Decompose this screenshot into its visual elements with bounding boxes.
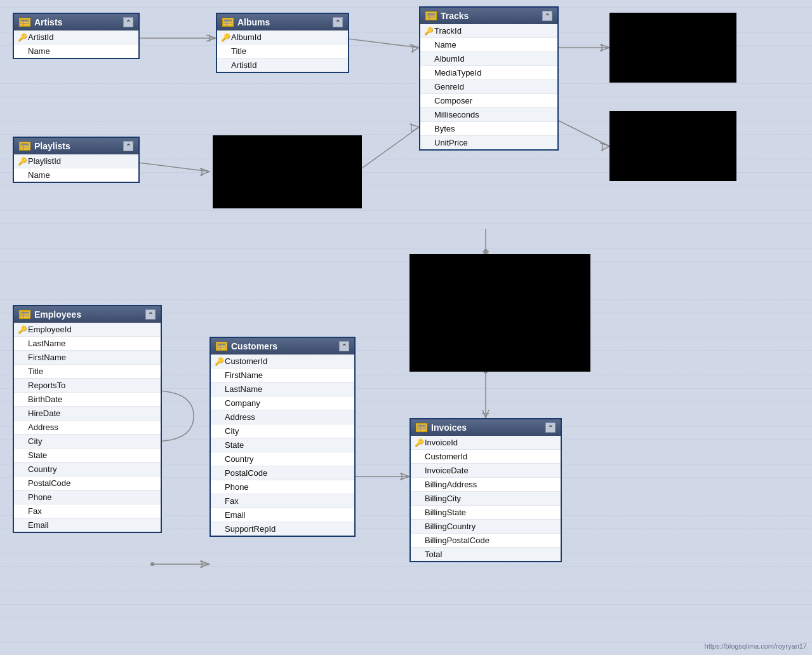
svg-rect-54 [20, 19, 29, 26]
albums-row-artistid: ArtistId [217, 58, 348, 72]
field-birthdate: BirthDate [28, 395, 62, 404]
table-icon [425, 11, 437, 20]
invoices-row-billingcountry: BillingCountry [411, 520, 561, 534]
invoices-row-total: Total [411, 548, 561, 561]
field-name: Name [28, 170, 50, 180]
svg-rect-70 [20, 311, 29, 318]
table-icon [222, 18, 234, 27]
field-supportrepid: SupportRepId [225, 524, 276, 534]
svg-line-13 [200, 172, 210, 175]
field-trackid: TrackId [434, 26, 462, 36]
field-title: Title [231, 46, 246, 56]
employees-row-address: Address [14, 421, 161, 435]
field-milliseconds: Milliseconds [434, 110, 479, 119]
employees-row-fax: Fax [14, 504, 161, 518]
employees-row-birthdate: BirthDate [14, 393, 161, 407]
field-fax: Fax [225, 496, 239, 506]
svg-line-18 [412, 127, 419, 132]
employees-table: Employees ⌃ 🔑 EmployeeId LastName FirstN… [13, 305, 162, 533]
playlists-title: Playlists [34, 141, 70, 151]
albums-table: Albums ⌃ 🔑 AlbumId Title ArtistId [216, 13, 349, 73]
employees-collapse[interactable]: ⌃ [145, 309, 156, 320]
playlists-collapse[interactable]: ⌃ [123, 141, 133, 151]
employees-row-firstname: FirstName [14, 351, 161, 365]
employees-row-employeeid: 🔑 EmployeeId [14, 323, 161, 337]
customers-row-supportrepid: SupportRepId [211, 522, 354, 536]
field-city: City [225, 426, 239, 436]
svg-line-52 [486, 410, 489, 418]
pk-icon: 🔑 [415, 438, 422, 447]
playlists-row-name: Name [14, 168, 138, 182]
invoices-row-billingaddress: BillingAddress [411, 478, 561, 492]
tracks-collapse[interactable]: ⌃ [542, 11, 552, 21]
table-icon [19, 310, 30, 319]
field-customerid: CustomerId [425, 452, 467, 461]
field-invoiceid: InvoiceId [425, 438, 458, 447]
employees-row-title: Title [14, 365, 161, 379]
invoices-row-billingstate: BillingState [411, 506, 561, 520]
pk-icon: 🔑 [221, 33, 229, 42]
svg-line-28 [601, 146, 609, 151]
customers-row-state: State [211, 438, 354, 452]
field-mediatypeid: MediaTypeId [434, 68, 481, 78]
customers-collapse[interactable]: ⌃ [339, 341, 349, 351]
svg-rect-58 [223, 19, 232, 26]
redacted-genres [609, 111, 736, 181]
artists-title: Artists [34, 17, 62, 27]
employees-row-state: State [14, 449, 161, 463]
pk-icon: 🔑 [424, 27, 432, 36]
artists-table: Artists ⌃ 🔑 ArtistId Name [13, 13, 140, 59]
svg-line-17 [409, 124, 419, 127]
field-email: Email [225, 510, 246, 520]
field-reportsto: ReportsTo [28, 381, 65, 390]
playlists-table: Playlists ⌃ 🔑 PlaylistId Name [13, 137, 140, 183]
svg-line-47 [400, 476, 409, 480]
invoices-row-invoicedate: InvoiceDate [411, 464, 561, 478]
customers-row-firstname: FirstName [211, 368, 354, 382]
svg-line-25 [552, 118, 609, 146]
table-icon [19, 18, 30, 27]
pk-icon: 🔑 [18, 325, 25, 334]
svg-line-27 [600, 143, 609, 146]
table-icon [216, 342, 227, 351]
customers-row-phone: Phone [211, 480, 354, 494]
pk-icon: 🔑 [18, 157, 25, 166]
svg-line-3 [206, 38, 216, 41]
field-country: Country [28, 464, 57, 474]
customers-table: Customers ⌃ 🔑 CustomerId FirstName LastN… [210, 337, 356, 537]
table-icon [19, 142, 30, 151]
pk-icon: 🔑 [215, 357, 222, 366]
tracks-row-milliseconds: Milliseconds [420, 108, 557, 122]
albums-row-albumid: 🔑 AlbumId [217, 30, 348, 44]
field-address: Address [225, 412, 255, 422]
field-customerid: CustomerId [225, 356, 267, 366]
field-artistid: ArtistId [28, 32, 53, 42]
svg-rect-78 [417, 424, 426, 431]
customers-row-fax: Fax [211, 494, 354, 508]
artists-collapse[interactable]: ⌃ [123, 17, 133, 27]
invoices-collapse[interactable]: ⌃ [545, 422, 556, 433]
tracks-row-trackid: 🔑 TrackId [420, 24, 557, 38]
svg-line-22 [600, 44, 609, 48]
albums-collapse[interactable]: ⌃ [333, 17, 343, 27]
employees-row-phone: Phone [14, 490, 161, 504]
field-title: Title [28, 367, 43, 376]
employees-row-email: Email [14, 518, 161, 532]
svg-line-5 [343, 38, 419, 48]
playlists-table-header: Playlists ⌃ [14, 138, 138, 154]
field-company: Company [225, 398, 260, 408]
field-genreid: GenreId [434, 82, 464, 91]
field-albumid: AlbumId [231, 32, 262, 42]
field-lastname: LastName [225, 384, 262, 394]
employees-table-header: Employees ⌃ [14, 306, 161, 323]
customers-row-customerid: 🔑 CustomerId [211, 355, 354, 368]
field-bytes: Bytes [434, 124, 455, 133]
customers-row-postalcode: PostalCode [211, 466, 354, 480]
field-lastname: LastName [28, 339, 65, 348]
employees-row-country: Country [14, 463, 161, 476]
redacted-mediatypes [609, 13, 736, 83]
svg-line-15 [356, 127, 419, 173]
customers-title: Customers [231, 341, 277, 351]
svg-rect-74 [217, 343, 226, 350]
svg-line-7 [409, 44, 419, 48]
